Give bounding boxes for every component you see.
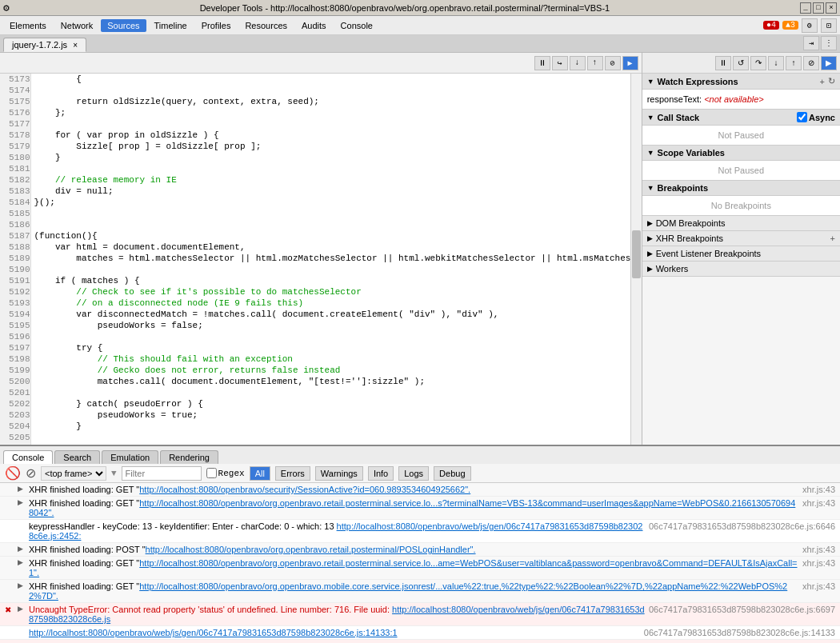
log-location[interactable]: xhr.js:43 (802, 545, 835, 554)
expand-icon[interactable]: ▶ (18, 545, 26, 553)
watch-expressions-header[interactable]: ▼ Watch Expressions + ↻ (642, 74, 840, 90)
file-tab[interactable]: jquery-1.7.2.js × (3, 38, 86, 52)
table-row: 5185 (0, 208, 642, 219)
scroll-thumb[interactable] (632, 230, 641, 278)
right-deact-button[interactable]: ⊘ (803, 56, 819, 70)
expand-icon[interactable]: ▶ (18, 558, 26, 566)
all-filter-button[interactable]: All (250, 466, 270, 481)
log-location[interactable]: 06c7417a79831653d87598b823028c6e.js:1413… (644, 628, 835, 637)
debug-filter-button[interactable]: Debug (434, 466, 470, 481)
watch-arrow-icon: ▼ (647, 78, 654, 86)
long-resume-button[interactable]: ▶ (622, 56, 638, 70)
console-toolbar: 🚫 ⊘ <top frame> ▼ Regex All Errors Warni… (0, 464, 840, 483)
right-step-into-button[interactable]: ↓ (768, 56, 784, 70)
frame-selector[interactable]: <top frame> (41, 466, 106, 481)
table-row: 5205 (0, 432, 642, 443)
log-location[interactable]: xhr.js:43 (802, 558, 835, 568)
console-log[interactable]: ▶XHR finished loading: GET "http://local… (0, 483, 840, 643)
info-filter-button[interactable]: Info (368, 466, 394, 481)
clear-console-button[interactable]: 🚫 (5, 467, 21, 480)
log-location[interactable]: 06c7417a79831653d87598b823028c6e.js:6646 (649, 521, 835, 531)
table-row: 5198 // This should fail with an excepti… (0, 353, 642, 365)
table-row: 5191 if ( matches ) { (0, 275, 642, 286)
table-row: 5202 } catch( pseudoError ) { (0, 398, 642, 409)
expand-icon[interactable]: ▶ (18, 581, 26, 589)
step-out-button[interactable]: ↑ (587, 56, 603, 70)
expand-icon[interactable]: ▶ (18, 605, 26, 613)
xhr-breakpoints-section: ▶ XHR Breakpoints + (642, 231, 840, 246)
log-link[interactable]: http://localhost:8080/openbravo/web/js/g… (29, 605, 645, 624)
menu-profiles[interactable]: Profiles (195, 19, 238, 32)
log-location[interactable]: xhr.js:43 (802, 498, 835, 508)
log-link[interactable]: http://localhost:8080/openbravo/web/js/g… (29, 628, 398, 637)
log-link[interactable]: http://localhost:8080/openbravo/org.open… (29, 581, 787, 601)
tab-search[interactable]: Search (54, 450, 100, 464)
expand-icon[interactable]: ▶ (18, 498, 26, 506)
filter-input[interactable] (122, 466, 202, 481)
log-link[interactable]: http://localhost:8080/openbravo/org.open… (146, 545, 476, 554)
tab-emulation[interactable]: Emulation (102, 450, 158, 464)
log-link[interactable]: http://localhost:8080/openbravo/org.open… (29, 558, 798, 577)
deactivate-button[interactable]: ⊘ (605, 56, 621, 70)
settings-button[interactable]: ⚙ (802, 18, 818, 33)
log-link[interactable]: http://localhost:8080/openbravo/web/js/g… (29, 521, 642, 541)
add-xhr-bp-button[interactable]: + (830, 234, 835, 243)
line-number: 5182 (0, 174, 30, 186)
right-pause-button[interactable]: ⏸ (715, 56, 731, 70)
breakpoints-header[interactable]: ▼ Breakpoints (642, 181, 840, 196)
async-checkbox[interactable] (797, 112, 807, 122)
menu-console[interactable]: Console (334, 19, 379, 32)
menu-elements[interactable]: Elements (3, 19, 53, 32)
menu-network[interactable]: Network (54, 19, 99, 32)
tab-rendering[interactable]: Rendering (160, 450, 218, 464)
tab-console[interactable]: Console (3, 450, 53, 464)
title-gear-icon[interactable]: ⚙ (3, 2, 10, 14)
right-step-over-button[interactable]: ↷ (750, 56, 766, 70)
log-row: ✖▶Uncaught TypeError: Cannot read proper… (0, 603, 840, 626)
regex-label: Regex (206, 468, 245, 478)
xhr-breakpoints-header[interactable]: ▶ XHR Breakpoints + (642, 231, 840, 246)
line-number: 5196 (0, 331, 30, 342)
errors-filter-button[interactable]: Errors (275, 466, 310, 481)
close-button[interactable]: × (826, 2, 837, 14)
expand-icon[interactable]: ▶ (18, 485, 26, 493)
event-listener-section: ▶ Event Listener Breakpoints (642, 246, 840, 262)
menu-audits[interactable]: Audits (295, 19, 333, 32)
more-btn[interactable]: ⋮ (821, 36, 837, 50)
log-location[interactable]: xhr.js:43 (802, 581, 835, 591)
scope-variables-header[interactable]: ▼ Scope Variables (642, 146, 840, 161)
table-row: 5183 div = null; (0, 186, 642, 197)
step-into-button[interactable]: ↓ (570, 56, 586, 70)
refresh-watch-button[interactable]: ↻ (828, 76, 835, 86)
dom-breakpoints-header[interactable]: ▶ DOM Breakpoints (642, 216, 840, 230)
pause-button[interactable]: ⏸ (534, 56, 550, 70)
menu-resources[interactable]: Resources (238, 19, 294, 32)
breakpoints-title: Breakpoints (658, 183, 709, 193)
tab-close-icon[interactable]: × (73, 41, 78, 50)
warnings-filter-button[interactable]: Warnings (315, 466, 363, 481)
log-link[interactable]: http://localhost:8080/openbravo/org.open… (29, 498, 795, 517)
event-listener-header[interactable]: ▶ Event Listener Breakpoints (642, 246, 840, 261)
step-over-button[interactable]: ↪ (552, 56, 568, 70)
right-rewind-button[interactable]: ↺ (733, 56, 749, 70)
call-stack-header[interactable]: ▼ Call Stack Async (642, 110, 840, 126)
line-number: 5188 (0, 242, 30, 253)
dock-button[interactable]: ⊡ (821, 18, 837, 33)
right-step-out-button[interactable]: ↑ (786, 56, 802, 70)
right-long-resume-button[interactable]: ▶ (821, 56, 837, 70)
add-watch-button[interactable]: + (820, 76, 825, 86)
filter-toggle-button[interactable]: ⊘ (26, 467, 36, 480)
menu-timeline[interactable]: Timeline (148, 19, 194, 32)
minimize-button[interactable]: _ (800, 2, 811, 14)
scope-content: Not Paused (642, 161, 840, 180)
regex-checkbox[interactable] (206, 468, 217, 478)
log-location[interactable]: xhr.js:43 (802, 485, 835, 494)
logs-filter-button[interactable]: Logs (398, 466, 429, 481)
log-location[interactable]: 06c7417a79831653d87598b823028c6e.js:6697 (649, 605, 835, 614)
workers-header[interactable]: ▶ Workers (642, 262, 840, 276)
menu-sources[interactable]: Sources (101, 19, 146, 32)
toggle-btn[interactable]: ⇥ (803, 36, 819, 50)
restore-button[interactable]: □ (813, 2, 824, 14)
call-stack-content: Not Paused (642, 126, 840, 145)
log-link[interactable]: http://localhost:8080/openbravo/security… (139, 485, 470, 494)
